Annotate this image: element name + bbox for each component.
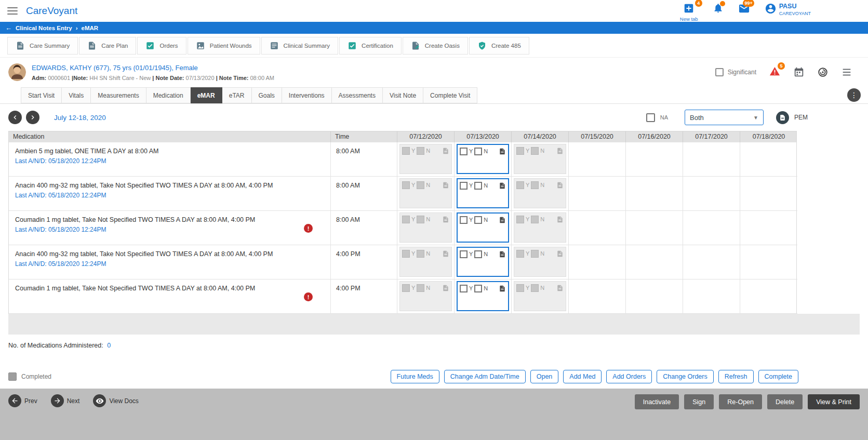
hamburger-menu-icon[interactable] <box>7 7 18 15</box>
administered-no-checkbox[interactable] <box>474 285 482 292</box>
day-cell-07-13-2020: YN <box>455 177 512 211</box>
open-button[interactable]: Open <box>530 370 559 383</box>
change-adm-date-time-button[interactable]: Change Adm Date/Time <box>444 370 526 383</box>
create-oasis-button[interactable]: Create Oasis <box>403 37 468 55</box>
patient-name[interactable]: EDWARDS, KATHY (677), 75 yrs (01/01/1945… <box>32 64 715 72</box>
na-checkbox[interactable] <box>646 113 655 122</box>
no-label: N <box>540 181 544 190</box>
day-cell-07-16-2020 <box>626 142 683 177</box>
orders-button[interactable]: Orders <box>137 37 186 55</box>
tab-visit-note[interactable]: Visit Note <box>383 87 423 103</box>
tab-complete-visit[interactable]: Complete Visit <box>423 87 477 103</box>
back-arrow-icon[interactable]: ← <box>5 24 12 31</box>
med-filter-value: Both <box>690 114 704 122</box>
certification-button[interactable]: Certification <box>339 37 402 55</box>
patient-detail-value: 08:00 AM <box>250 75 274 81</box>
document-icon[interactable] <box>499 148 506 155</box>
document-icon[interactable] <box>499 250 506 258</box>
column-header-07-15-2020: 07/15/2020 <box>569 131 626 142</box>
completed-checkbox[interactable] <box>8 372 17 381</box>
sign-button[interactable]: Sign <box>684 394 714 409</box>
document-icon[interactable] <box>499 285 506 292</box>
alerts-button[interactable]: 5 <box>769 65 781 79</box>
administered-yes-checkbox[interactable] <box>460 285 468 292</box>
yes-label: Y <box>526 249 529 258</box>
column-header-07-14-2020: 07/14/2020 <box>512 131 569 142</box>
document-icon[interactable] <box>499 216 506 224</box>
no-label: N <box>426 181 430 190</box>
clinical-summary-button[interactable]: Clinical Summary <box>261 37 338 55</box>
messages-button[interactable]: 99+ <box>738 3 750 16</box>
administration-box[interactable]: YN <box>457 247 509 277</box>
change-orders-button[interactable]: Change Orders <box>657 370 713 383</box>
med-filter-select[interactable]: Both ▼ <box>685 110 764 125</box>
administration-box[interactable]: YN <box>457 144 509 174</box>
administered-yes-checkbox[interactable] <box>460 148 468 155</box>
yes-label: Y <box>469 181 473 190</box>
tab-etar[interactable]: eTAR <box>222 87 252 103</box>
last-and-link[interactable]: Last A/N/D: 05/18/2020 12:24PM <box>15 157 324 165</box>
more-options-button[interactable]: ⋮ <box>847 88 861 102</box>
previous-week-button[interactable] <box>8 111 22 124</box>
medication-name: Anacin 400 mg-32 mg tablet, Take Not Spe… <box>15 250 324 258</box>
view-print-button[interactable]: View & Print <box>808 394 860 409</box>
add-med-button[interactable]: Add Med <box>563 370 602 383</box>
care-summary-button[interactable]: Care Summary <box>7 37 78 55</box>
prev-button[interactable]: Prev <box>8 394 37 407</box>
tab-bar: Start VisitVitalsMeasurementsMedicatione… <box>0 87 868 104</box>
administration-box[interactable]: YN <box>457 281 509 311</box>
administration-box[interactable]: YN <box>457 212 509 243</box>
administered-yes-checkbox[interactable] <box>460 250 468 258</box>
last-and-link[interactable]: Last A/N/D: 05/18/2020 12:24PM <box>15 192 324 199</box>
next-button[interactable]: Next <box>51 394 80 407</box>
administered-yes-checkbox[interactable] <box>460 182 468 190</box>
administered-yes-checkbox[interactable] <box>460 216 468 224</box>
care-plan-button[interactable]: Care Plan <box>79 37 136 55</box>
user-menu[interactable]: PASU CAREVOYANT <box>765 3 811 16</box>
significant-checkbox[interactable] <box>715 68 724 76</box>
administration-box[interactable]: YN <box>457 178 509 208</box>
notifications-button[interactable] <box>713 3 724 15</box>
administered-no-checkbox[interactable] <box>474 216 482 224</box>
tab-vitals[interactable]: Vitals <box>62 87 91 103</box>
last-and-link[interactable]: Last A/N/D: 05/18/2020 12:24PM <box>15 226 324 233</box>
medications-administered-count[interactable]: 0 <box>107 342 111 349</box>
summary-row: No. of Medications Administered: 0 <box>8 342 860 349</box>
tab-goals[interactable]: Goals <box>252 87 282 103</box>
menu-lines-icon[interactable] <box>841 66 852 78</box>
delete-button[interactable]: Delete <box>767 394 803 409</box>
administered-no-checkbox[interactable] <box>474 182 482 190</box>
spiral-icon[interactable] <box>817 66 829 78</box>
schedule-grid-icon[interactable] <box>793 66 805 78</box>
day-cell-07-16-2020 <box>626 211 683 245</box>
tab-interventions[interactable]: Interventions <box>282 87 332 103</box>
tab-medication[interactable]: Medication <box>146 87 191 103</box>
view-docs-button[interactable]: View Docs <box>93 394 138 407</box>
pem-button[interactable] <box>776 111 789 124</box>
create-485-button[interactable]: Create 485 <box>469 37 529 55</box>
inactivate-button[interactable]: Inactivate <box>635 394 679 409</box>
complete-button[interactable]: Complete <box>758 370 799 383</box>
tab-start-visit[interactable]: Start Visit <box>21 87 62 103</box>
future-meds-button[interactable]: Future Meds <box>391 370 439 383</box>
patient-avatar <box>8 63 26 81</box>
document-icon[interactable] <box>499 182 506 190</box>
breadcrumb-section[interactable]: Clinical Notes Entry <box>16 25 72 31</box>
yes-label: Y <box>469 216 473 224</box>
administered-no-checkbox[interactable] <box>474 148 482 155</box>
refresh-button[interactable]: Refresh <box>718 370 754 383</box>
add-orders-button[interactable]: Add Orders <box>606 370 652 383</box>
column-header-07-13-2020: 07/13/2020 <box>455 131 512 142</box>
tab-emar[interactable]: eMAR <box>191 87 222 103</box>
tab-measurements[interactable]: Measurements <box>91 87 146 103</box>
next-week-button[interactable] <box>26 111 39 124</box>
check-square-icon <box>145 41 155 50</box>
patient-wounds-button[interactable]: Patient Wounds <box>188 37 260 55</box>
day-cell-07-13-2020: YN <box>455 211 512 245</box>
tab-assessments[interactable]: Assessments <box>332 87 383 103</box>
administered-no-checkbox[interactable] <box>474 250 482 258</box>
yes-label: Y <box>526 284 529 292</box>
re-open-button[interactable]: Re-Open <box>719 394 762 409</box>
last-and-link[interactable]: Last A/N/D: 05/18/2020 12:24PM <box>15 260 324 268</box>
new-tab-button[interactable]: 4 New tab <box>680 3 698 22</box>
